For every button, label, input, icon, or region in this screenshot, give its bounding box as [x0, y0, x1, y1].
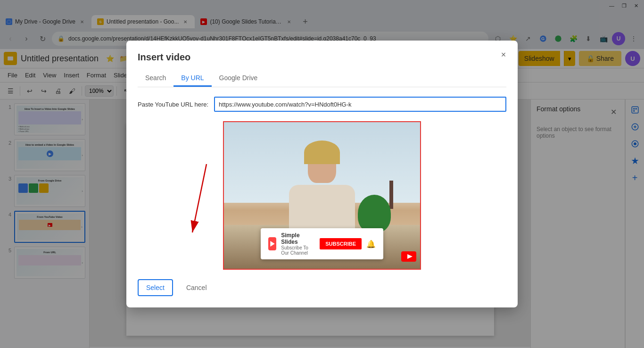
svg-marker-14 [270, 241, 274, 247]
svg-line-18 [192, 164, 206, 232]
url-field-row: Paste YouTube URL here: [138, 97, 506, 112]
modal-title: Insert video [138, 52, 506, 63]
modal-tab-by-url[interactable]: By URL [173, 70, 211, 87]
modal-close-button[interactable]: × [497, 48, 510, 61]
bell-icon: 🔔 [366, 240, 376, 249]
channel-sub: Subscribe To Our Channel [281, 245, 315, 256]
video-preview-inner: Simple Slides Subscribe To Our Channel S… [224, 122, 420, 269]
channel-icon [268, 237, 276, 250]
subscribe-inner-button: SUBSCRIBE [320, 238, 362, 249]
url-label: Paste YouTube URL here: [138, 101, 208, 108]
select-button[interactable]: Select [138, 279, 173, 296]
url-input[interactable] [214, 97, 506, 112]
modal-tabs: Search By URL Google Drive [138, 70, 506, 87]
modal-footer: Select Cancel [138, 279, 506, 296]
subscribe-bar: Simple Slides Subscribe To Our Channel S… [261, 228, 383, 259]
channel-name: Simple Slides [281, 232, 315, 245]
insert-video-modal: Insert video × Search By URL Google Driv… [126, 41, 518, 307]
video-person [284, 145, 360, 240]
modal-tab-google-drive[interactable]: Google Drive [212, 70, 265, 87]
modal-overlay[interactable]: Insert video × Search By URL Google Driv… [0, 0, 644, 348]
cancel-button[interactable]: Cancel [179, 280, 215, 295]
channel-info: Simple Slides Subscribe To Our Channel [281, 232, 315, 256]
modal-tab-search[interactable]: Search [138, 70, 173, 87]
youtube-logo [401, 250, 416, 265]
video-preview: Simple Slides Subscribe To Our Channel S… [223, 121, 421, 270]
